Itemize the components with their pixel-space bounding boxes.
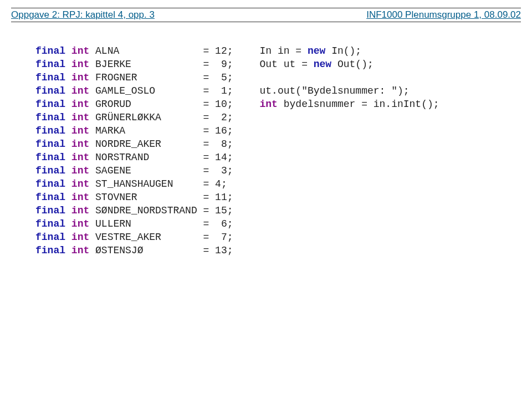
keyword-int: int	[71, 72, 89, 83]
identifier: NORSTRAND	[95, 152, 149, 163]
identifier: FROGNER	[95, 72, 137, 83]
keyword-int: int	[71, 59, 89, 70]
identifier: GRÜNERLØKKA	[95, 112, 161, 123]
keyword-int: int	[71, 218, 89, 229]
keyword-final: final	[35, 85, 65, 96]
identifier: ULLERN	[95, 218, 131, 229]
keyword-int: int	[71, 232, 89, 243]
assignment: = 11;	[203, 192, 233, 203]
identifier: GAMLE_OSLO	[95, 85, 155, 96]
keyword-int: int	[71, 99, 89, 110]
assignment: = 16;	[203, 125, 233, 136]
keyword-int: int	[71, 85, 89, 96]
keyword-int: int	[71, 45, 89, 57]
keyword-new: new	[314, 59, 331, 70]
keyword-int: int	[71, 112, 89, 123]
identifier: GRORUD	[95, 99, 131, 110]
header-right: INF1000 Plenumsgruppe 1, 08.09.02	[366, 9, 521, 21]
code-text: ut.out("Bydelsnummer: ");	[260, 85, 410, 96]
keyword-final: final	[35, 178, 65, 190]
header-left: Oppgave 2: RPJ: kapittel 4, opp. 3	[11, 9, 155, 21]
code-text: bydelsnummer = in.inInt();	[278, 99, 439, 110]
keyword-final: final	[35, 232, 65, 243]
header-bar: Oppgave 2: RPJ: kapittel 4, opp. 3 INF10…	[11, 8, 521, 22]
assignment: = 10;	[203, 99, 233, 110]
keyword-int: int	[71, 205, 89, 216]
keyword-final: final	[35, 99, 65, 110]
keyword-final: final	[35, 218, 65, 229]
keyword-int: int	[71, 125, 89, 136]
keyword-int: int	[71, 192, 89, 203]
assignment: = 1;	[203, 85, 233, 96]
identifier: VESTRE_AKER	[95, 232, 161, 243]
keyword-final: final	[35, 112, 65, 123]
keyword-final: final	[35, 139, 65, 150]
identifier: ØSTENSJØ	[95, 245, 143, 256]
assignment: = 9;	[203, 59, 233, 70]
code-text: Out();	[331, 59, 374, 70]
keyword-final: final	[35, 59, 65, 70]
code-block: final int ALNA = 12; final int BJERKE = …	[35, 44, 497, 257]
keyword-final: final	[35, 192, 65, 203]
code-text: Out ut =	[260, 59, 314, 70]
identifier: ST_HANSHAUGEN	[95, 178, 173, 190]
keyword-final: final	[35, 45, 65, 57]
keyword-int: int	[71, 178, 89, 190]
assignment: = 14;	[203, 152, 233, 163]
identifier: ALNA	[95, 45, 119, 57]
keyword-final: final	[35, 125, 65, 136]
assignment: = 3;	[203, 165, 233, 176]
keyword-int: int	[71, 245, 89, 256]
assignment: = 7;	[203, 232, 233, 243]
assignment: = 8;	[203, 139, 233, 150]
identifier: SØNDRE_NORDSTRAND	[95, 205, 197, 216]
assignment: = 6;	[203, 218, 233, 229]
code-text: In in =	[260, 45, 308, 57]
assignment: = 4;	[203, 178, 227, 190]
assignment: = 5;	[203, 72, 233, 83]
identifier: STOVNER	[95, 192, 137, 203]
keyword-final: final	[35, 165, 65, 176]
keyword-new: new	[308, 45, 325, 57]
assignment: = 2;	[203, 112, 233, 123]
keyword-int: int	[260, 99, 278, 110]
identifier: SAGENE	[95, 165, 131, 176]
keyword-int: int	[71, 165, 89, 176]
assignment: = 12;	[203, 45, 233, 57]
assignment: = 15;	[203, 205, 233, 216]
identifier: NORDRE_AKER	[95, 139, 161, 150]
code-right-column: In in = new In(); Out ut = new Out(); ut…	[260, 44, 439, 111]
keyword-final: final	[35, 152, 65, 163]
keyword-final: final	[35, 245, 65, 256]
code-left-column: final int ALNA = 12; final int BJERKE = …	[35, 44, 233, 257]
assignment: = 13;	[203, 245, 233, 256]
keyword-final: final	[35, 205, 65, 216]
identifier: BJERKE	[95, 59, 131, 70]
keyword-int: int	[71, 139, 89, 150]
keyword-final: final	[35, 72, 65, 83]
identifier: MARKA	[95, 125, 125, 136]
keyword-int: int	[71, 152, 89, 163]
code-text: In();	[325, 45, 361, 57]
